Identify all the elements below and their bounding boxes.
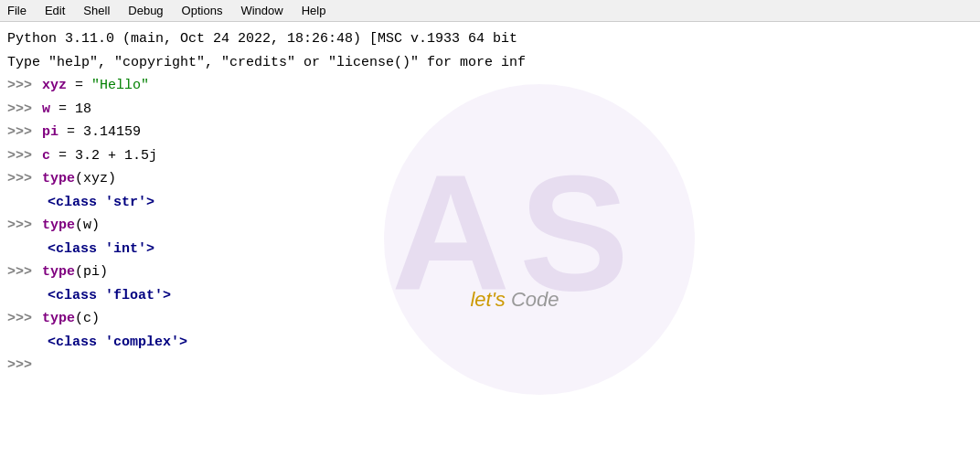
menu-help[interactable]: Help [298,2,330,19]
line-xyz: >>> xyz = "Hello" [7,74,980,98]
line-c: >>> c = 3.2 + 1.5j [7,144,980,168]
menu-debug[interactable]: Debug [124,2,166,19]
menu-window[interactable]: Window [237,2,286,19]
result-int: <class 'int'> [44,238,980,261]
menu-file[interactable]: File [4,2,30,19]
line-empty-prompt: >>> [7,354,980,377]
line-type-w: >>> type (w) [7,214,980,238]
info-line-2: Type "help", "copyright", "credits" or "… [7,51,980,75]
menu-bar: File Edit Shell Debug Options Window Hel… [0,0,980,22]
line-type-pi: >>> type (pi) [7,260,980,284]
result-complex: <class 'complex'> [44,331,980,355]
line-type-xyz: >>> type (xyz) [7,167,980,191]
menu-edit[interactable]: Edit [41,2,69,19]
menu-options[interactable]: Options [178,2,227,19]
info-line-1: Python 3.11.0 (main, Oct 24 2022, 18:26:… [7,27,980,51]
line-type-c: >>> type (c) [7,307,980,331]
line-pi: >>> pi = 3.14159 [7,121,980,144]
line-w: >>> w = 18 [7,98,980,122]
result-str: <class 'str'> [44,191,980,215]
terminal-area[interactable]: AS let's Code Python 3.11.0 (main, Oct 2… [0,22,980,457]
menu-shell[interactable]: Shell [80,2,113,19]
result-float: <class 'float'> [44,284,980,308]
